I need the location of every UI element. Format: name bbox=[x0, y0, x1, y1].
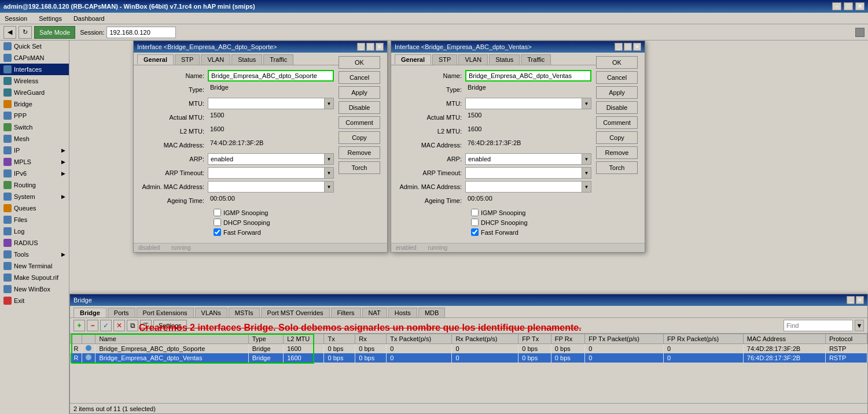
dialog2-tab-stp[interactable]: STP bbox=[432, 54, 457, 65]
dialog2-disable-button[interactable]: Disable bbox=[596, 101, 638, 114]
dialog1-igmp-label[interactable]: IGMP Snooping bbox=[214, 209, 268, 216]
dialog2-copy-button[interactable]: Copy bbox=[596, 131, 638, 144]
dialog2-minimize[interactable]: _ bbox=[615, 43, 623, 51]
menu-dashboard[interactable]: Dashboard bbox=[71, 14, 107, 23]
find-input[interactable] bbox=[784, 320, 853, 331]
dialog1-adminmac-select[interactable]: ▼ bbox=[208, 181, 334, 193]
dialog1-cancel-button[interactable]: Cancel bbox=[339, 71, 380, 84]
safe-mode-button[interactable]: Safe Mode bbox=[34, 26, 75, 39]
bridge-tab-mdb[interactable]: MDB bbox=[418, 308, 445, 317]
table-row[interactable]: R Bridge_Empresa_ABC_dpto_Ventas Bridge … bbox=[71, 353, 867, 363]
dialog1-mtu-arrow[interactable]: ▼ bbox=[324, 98, 333, 109]
bridge-tab-vlans[interactable]: VLANs bbox=[195, 308, 227, 317]
menu-session[interactable]: Session bbox=[2, 14, 30, 23]
sidebar-item-newterminal[interactable]: New Terminal bbox=[0, 260, 69, 272]
dialog1-disable-button[interactable]: Disable bbox=[339, 101, 380, 114]
sidebar-item-exit[interactable]: Exit bbox=[0, 295, 69, 306]
dialog2-adminmac-arrow[interactable]: ▼ bbox=[582, 182, 591, 192]
dialog2-remove-button[interactable]: Remove bbox=[596, 146, 638, 159]
dialog2-close[interactable]: ✕ bbox=[633, 43, 641, 51]
menu-settings[interactable]: Settings bbox=[36, 14, 64, 23]
bridge-tab-nat[interactable]: NAT bbox=[362, 308, 387, 317]
dialog2-restore[interactable]: □ bbox=[624, 43, 632, 51]
sidebar-item-routing[interactable]: Routing bbox=[0, 179, 69, 191]
col-protocol[interactable]: Protocol bbox=[825, 334, 867, 344]
sidebar-item-radius[interactable]: RADIUS bbox=[0, 237, 69, 249]
dialog1-close[interactable]: ✕ bbox=[376, 43, 384, 51]
dialog2-tab-status[interactable]: Status bbox=[489, 54, 520, 65]
dialog2-tab-vlan[interactable]: VLAN bbox=[458, 54, 488, 65]
title-bar-buttons[interactable]: ─ □ ✕ bbox=[832, 2, 865, 10]
bridge-tab-hosts[interactable]: Hosts bbox=[388, 308, 417, 317]
dialog2-fastforward-label[interactable]: Fast Forward bbox=[471, 228, 518, 236]
find-dropdown[interactable]: ▼ bbox=[855, 320, 864, 331]
col-type[interactable]: Type bbox=[248, 334, 283, 344]
dialog1-restore[interactable]: □ bbox=[366, 43, 374, 51]
dialog1-dhcp-checkbox[interactable] bbox=[214, 219, 221, 226]
dialog2-name-input[interactable] bbox=[465, 70, 591, 82]
sidebar-item-ip[interactable]: IP ▶ bbox=[0, 145, 69, 156]
col-fptx[interactable]: FP Tx bbox=[518, 334, 551, 344]
dialog1-comment-button[interactable]: Comment bbox=[339, 116, 380, 129]
dialog1-adminmac-arrow[interactable]: ▼ bbox=[324, 182, 333, 192]
sidebar-item-capsman[interactable]: CAPsMAN bbox=[0, 52, 69, 64]
col-name[interactable]: Name bbox=[95, 334, 248, 344]
dialog1-name-input[interactable] bbox=[208, 70, 334, 82]
dialog1-arp-arrow[interactable]: ▼ bbox=[324, 154, 333, 164]
dialog1-arptimeout-arrow[interactable]: ▼ bbox=[324, 168, 333, 178]
col-fprxpkt[interactable]: FP Rx Packet(p/s) bbox=[664, 334, 744, 344]
dialog2-comment-button[interactable]: Comment bbox=[596, 116, 638, 129]
dialog2-dhcp-checkbox[interactable] bbox=[471, 219, 479, 226]
sidebar-item-ipv6[interactable]: IPv6 ▶ bbox=[0, 168, 69, 179]
bridge-tab-filters[interactable]: Filters bbox=[331, 308, 361, 317]
col-l2mtu[interactable]: L2 MTU bbox=[284, 334, 324, 344]
dialog1-tab-vlan[interactable]: VLAN bbox=[201, 54, 230, 65]
dialog1-apply-button[interactable]: Apply bbox=[339, 86, 380, 99]
dialog1-arptimeout-select[interactable]: ▼ bbox=[208, 167, 334, 179]
sidebar-item-ppp[interactable]: PPP bbox=[0, 110, 69, 121]
dialog1-tab-traffic[interactable]: Traffic bbox=[263, 54, 293, 65]
sidebar-item-switch[interactable]: Switch bbox=[0, 121, 69, 133]
bridge-panel-minimize[interactable]: _ bbox=[847, 296, 855, 304]
sidebar-item-wireguard[interactable]: WireGuard bbox=[0, 87, 69, 98]
dialog2-apply-button[interactable]: Apply bbox=[596, 86, 638, 99]
copy-button[interactable]: ⧉ bbox=[127, 320, 138, 331]
sidebar-item-quickset[interactable]: Quick Set bbox=[0, 40, 69, 52]
bridge-tab-portextensions[interactable]: Port Extensions bbox=[137, 308, 194, 317]
dialog2-arp-select[interactable]: enabled ▼ bbox=[465, 153, 591, 165]
dialog2-mtu-arrow[interactable]: ▼ bbox=[582, 98, 591, 109]
col-txpkt[interactable]: Tx Packet(p/s) bbox=[387, 334, 452, 344]
dialog1-mtu-select[interactable]: ▼ bbox=[208, 98, 334, 109]
dialog1-title[interactable]: Interface <Bridge_Empresa_ABC_dpto_Sopor… bbox=[134, 41, 387, 53]
dialog1-ok-button[interactable]: OK bbox=[339, 56, 380, 69]
dialog2-arptimeout-arrow[interactable]: ▼ bbox=[582, 168, 591, 178]
dialog2-dhcp-label[interactable]: DHCP Snooping bbox=[471, 219, 528, 226]
dialog1-tab-status[interactable]: Status bbox=[231, 54, 262, 65]
dialog1-tab-stp[interactable]: STP bbox=[175, 54, 200, 65]
bridge-panel-title[interactable]: Bridge _ ✕ bbox=[70, 294, 867, 306]
dialog2-title-buttons[interactable]: _ □ ✕ bbox=[615, 43, 641, 51]
dialog2-arptimeout-select[interactable]: ▼ bbox=[465, 167, 591, 179]
dialog2-cancel-button[interactable]: Cancel bbox=[596, 71, 638, 84]
sidebar-item-system[interactable]: System ▶ bbox=[0, 191, 69, 202]
sidebar-item-log[interactable]: Log bbox=[0, 226, 69, 237]
dialog2-torch-button[interactable]: Torch bbox=[596, 161, 638, 174]
dialog2-arp-arrow[interactable]: ▼ bbox=[582, 154, 591, 164]
sidebar-item-interfaces[interactable]: Interfaces bbox=[0, 64, 69, 75]
dialog1-title-buttons[interactable]: _ □ ✕ bbox=[357, 43, 384, 51]
col-rxpkt[interactable]: Rx Packet(p/s) bbox=[452, 334, 518, 344]
sidebar-item-mesh[interactable]: Mesh bbox=[0, 133, 69, 145]
sidebar-item-wireless[interactable]: Wireless bbox=[0, 75, 69, 87]
sidebar-item-bridge[interactable]: Bridge bbox=[0, 98, 69, 110]
sidebar-item-newwinbox[interactable]: New WinBox bbox=[0, 283, 69, 295]
bridge-tab-portmstoverrides[interactable]: Port MST Overrides bbox=[261, 308, 330, 317]
sidebar-item-mpls[interactable]: MPLS ▶ bbox=[0, 156, 69, 168]
sidebar-item-tools[interactable]: Tools ▶ bbox=[0, 249, 69, 260]
forward-button[interactable]: ↻ bbox=[19, 26, 32, 39]
dialog1-torch-button[interactable]: Torch bbox=[339, 161, 380, 174]
dialog1-fastforward-label[interactable]: Fast Forward bbox=[214, 228, 261, 236]
dialog2-fastforward-checkbox[interactable] bbox=[471, 228, 479, 236]
dialog2-adminmac-select[interactable]: ▼ bbox=[465, 181, 591, 193]
sidebar-item-queues[interactable]: Queues bbox=[0, 202, 69, 214]
dialog2-tab-general[interactable]: General bbox=[395, 54, 431, 65]
